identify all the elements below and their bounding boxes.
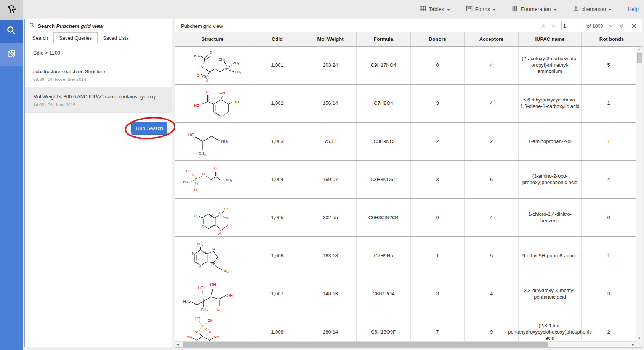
cell-formula: C6H12O4: [357, 275, 411, 313]
menu-user-label: chemaxon: [582, 6, 606, 12]
table-row[interactable]: H₃CHOOHOHOCH₃ 1,007 148.16 C6H12O4 3 4 2…: [175, 275, 636, 313]
help-link[interactable]: Help: [628, 6, 639, 12]
table-row[interactable]: H₃COON⁺CH₃CH₃CH₃OO⁻ 1,001 203.24 C9H17NO…: [175, 47, 636, 85]
app-logo[interactable]: [0, 0, 23, 20]
svg-text:CH₃: CH₃: [200, 308, 208, 311]
table-icon: [420, 6, 426, 13]
svg-text:O: O: [201, 65, 204, 69]
column-header-structure[interactable]: Structure: [175, 32, 250, 46]
cell-cdid: 1,003: [250, 123, 304, 160]
sidebar-item-grid-view[interactable]: [0, 43, 23, 66]
saved-query-item-selected[interactable]: Mol Weight < 300.0 AND IUPAC name contai…: [25, 87, 172, 113]
prev-page-icon[interactable]: [551, 23, 556, 29]
close-icon[interactable]: [631, 23, 637, 29]
horizontal-scrollbar[interactable]: ◀ ▶: [175, 341, 636, 347]
cell-rot-bonds: 1: [582, 85, 636, 122]
vertical-scrollbar[interactable]: ▲ ▼: [636, 47, 642, 341]
column-header-mol-weight[interactable]: Mol Weight: [304, 32, 357, 46]
menu-forms-label: Forms: [475, 6, 490, 12]
cell-rot-bonds: 1: [582, 237, 636, 275]
scroll-up-icon[interactable]: ▲: [636, 48, 642, 51]
column-header-donors[interactable]: Donors: [411, 32, 465, 46]
svg-text:N: N: [192, 252, 194, 255]
table-row[interactable]: HONH₂CH₃ 1,003 75.11 C3H9NO 2 2 1-aminop…: [175, 123, 636, 161]
column-header-acceptors[interactable]: Acceptors: [465, 32, 519, 46]
first-page-icon[interactable]: [541, 23, 546, 29]
structure-image: OHOHOHO: [175, 85, 250, 122]
column-header-iupac-name[interactable]: IUPAC name: [519, 32, 582, 46]
column-header-rot-bonds[interactable]: Rot bonds: [582, 32, 642, 46]
menu-tables[interactable]: Tables: [420, 6, 450, 13]
svg-text:O: O: [208, 330, 211, 334]
cell-formula: C6H13O9P: [357, 313, 411, 341]
form-icon: [466, 6, 473, 13]
cell-acceptors: 6: [465, 161, 519, 198]
molecule-logo-icon: [5, 3, 18, 17]
structure-image: HONH₂CH₃: [175, 123, 250, 160]
structure-image: H₃CHOOHOHOCH₃: [175, 275, 250, 313]
svg-text:O⁻: O⁻: [217, 232, 221, 235]
svg-text:Cl: Cl: [194, 214, 197, 218]
cell-donors: 0: [411, 47, 465, 84]
cell-cdid: 1,004: [250, 161, 304, 198]
cell-acceptors: 2: [465, 123, 519, 160]
cell-iupac-name: 1-aminopropan-2-ol: [519, 123, 582, 160]
svg-text:O⁻: O⁻: [205, 79, 210, 83]
menu-forms[interactable]: Forms: [466, 6, 496, 13]
run-search-button[interactable]: Run Search: [131, 122, 167, 135]
chevron-down-icon: [493, 9, 496, 11]
svg-text:HO: HO: [183, 180, 188, 184]
cell-mol-weight: 156.14: [304, 85, 357, 122]
svg-text:N: N: [198, 265, 200, 269]
cell-mol-weight: 169.07: [304, 161, 357, 198]
table-row[interactable]: HOOHPOOHOOH 1,008 260.14 C6H13O9P 7 9 (2…: [175, 313, 636, 341]
chevron-down-icon: [554, 9, 557, 11]
search-icon: [6, 25, 17, 37]
left-sidebar: [0, 20, 23, 350]
next-page-icon[interactable]: [608, 23, 614, 29]
cell-rot-bonds: 4: [582, 161, 636, 198]
last-page-icon[interactable]: [618, 23, 624, 29]
menu-enumeration[interactable]: Enumeration: [512, 6, 556, 13]
saved-query-timestamp: 08:36 | 04. November 2014: [33, 77, 163, 82]
saved-query-list: CdId > 1200 substructure search on Struc…: [25, 43, 172, 113]
cell-mol-weight: 260.14: [304, 313, 357, 341]
cell-mol-weight: 163.18: [304, 237, 357, 275]
pagination-controls: of 1000: [541, 19, 637, 32]
saved-query-item[interactable]: substructure search on Structure 08:36 |…: [25, 62, 172, 88]
vertical-scroll-thumb[interactable]: [637, 53, 642, 63]
cell-mol-weight: 203.24: [304, 47, 357, 84]
svg-text:O: O: [195, 330, 197, 334]
horizontal-scroll-thumb[interactable]: [183, 342, 548, 347]
search-icon: [29, 22, 35, 29]
cell-donors: 3: [411, 161, 465, 198]
sidebar-item-search[interactable]: [0, 20, 23, 43]
tab-saved-queries[interactable]: Saved Queries: [53, 32, 98, 43]
table-row[interactable]: OHOHOHO 1,002 156.14 C7H8O4 3 4 5,6-dihy…: [175, 85, 636, 123]
cell-iupac-name: (2-acetoxy-3-carboxylato-propyl)-trimeth…: [519, 47, 582, 84]
table-row[interactable]: HOHOPOOONH₂ 1,004 169.07 C3H8NO5P 3 6 (3…: [175, 161, 636, 199]
svg-text:O: O: [225, 224, 228, 228]
saved-query-text: substructure search on Structure: [33, 68, 163, 75]
table-row[interactable]: ClN⁺O⁻ON⁺OO⁻ 1,005 202.55 C6H3ClN2O4 0 4…: [175, 199, 636, 237]
tab-saved-lists[interactable]: Saved Lists: [98, 33, 134, 43]
tab-search[interactable]: Search: [27, 33, 53, 43]
table-row[interactable]: NNNNNH₂CH₃ 1,006 163.18 C7H9N5 1 5 9-eth…: [175, 237, 636, 275]
column-header-formula[interactable]: Formula: [357, 32, 411, 46]
cell-formula: C9H17NO4: [357, 47, 411, 84]
scroll-down-icon[interactable]: ▼: [636, 337, 642, 340]
cell-mol-weight: 75.11: [304, 123, 357, 160]
cell-donors: 7: [411, 313, 465, 341]
cell-donors: 0: [411, 199, 465, 236]
scroll-right-icon[interactable]: ▶: [632, 342, 634, 347]
menu-user-account[interactable]: chemaxon: [573, 6, 612, 13]
cell-rot-bonds: 2: [582, 313, 636, 341]
saved-query-item[interactable]: CdId > 1200: [25, 43, 172, 62]
column-header-cdid[interactable]: CdId: [250, 32, 304, 46]
search-panel-header: Search Pubchem grid view: [25, 19, 172, 32]
svg-text:N: N: [212, 247, 215, 251]
scroll-left-icon[interactable]: ◀: [176, 342, 179, 347]
cell-iupac-name: 5,6-dihydroxycyclohexa-1,3-diene-1-carbo…: [519, 85, 582, 122]
page-number-input[interactable]: [561, 22, 582, 30]
top-bar: Tables Forms Enumeration: [0, 0, 644, 18]
